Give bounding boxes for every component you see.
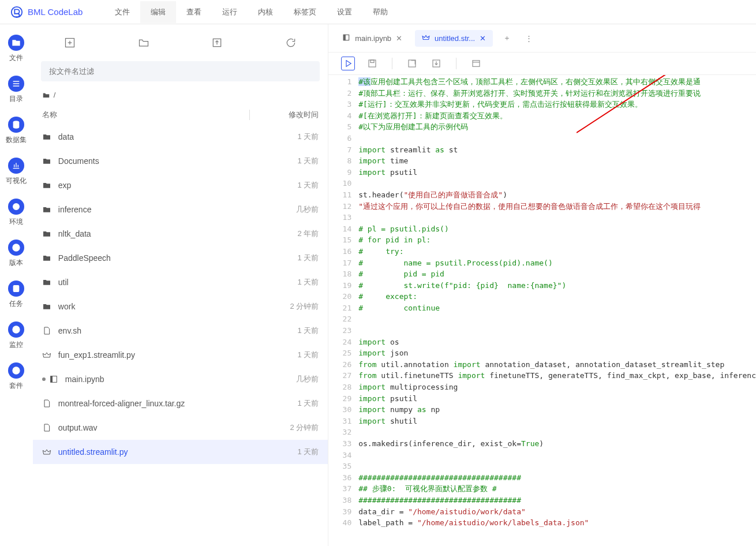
rail-文件[interactable]: 文件 [8, 35, 24, 63]
code-line[interactable]: import os [358, 336, 756, 348]
code-line[interactable]: import shutil [358, 416, 756, 427]
line-number: 9 [328, 167, 351, 178]
code-line[interactable]: #[运行]：交互效果并非实时更新，代码变更后，需点击运行按钮获得最新交互效果。 [358, 99, 756, 110]
code-line[interactable]: data_dir = "/home/aistudio/work/data" [358, 506, 756, 518]
tab-untitled.str...[interactable]: untitled.str...✕ [415, 30, 493, 47]
code-line[interactable]: # pid = pid [358, 268, 756, 280]
code-line[interactable]: import time [358, 155, 756, 167]
code-line[interactable]: import psutil [358, 393, 756, 405]
code-line[interactable] [358, 450, 756, 461]
upload-button[interactable] [206, 32, 228, 54]
column-name[interactable]: 名称 [42, 110, 249, 120]
file-row[interactable]: untitled.streamlit.py1 天前 [33, 440, 328, 464]
dirty-dot-icon [42, 377, 46, 381]
rail-任务[interactable]: 任务 [8, 281, 24, 309]
new-file-button[interactable] [59, 32, 81, 54]
menu-编辑[interactable]: 编辑 [140, 1, 176, 23]
line-number: 38 [328, 495, 351, 506]
file-row[interactable]: nltk_data2 年前 [33, 222, 328, 246]
code-line[interactable]: # name = psutil.Process(pid).name() [358, 257, 756, 269]
code-line[interactable]: "通过这个应用，你可以上传自己的数据，使用自己想要的音色做语音合成工作，希望你在… [358, 201, 756, 212]
refresh-button[interactable] [280, 32, 302, 54]
code-line[interactable] [358, 461, 756, 472]
rail-套件[interactable]: 套件 [8, 362, 24, 391]
code-lines[interactable]: #该应用创建工具共包含三个区域，顶部工具栏，左侧代码区，右侧交互效果区，其中右侧… [358, 76, 756, 546]
code-line[interactable] [358, 313, 756, 325]
menu-设置[interactable]: 设置 [327, 1, 362, 23]
code-line[interactable]: # continue [358, 302, 756, 314]
new-folder-button[interactable] [133, 32, 155, 54]
column-modified[interactable]: 修改时间 [249, 110, 319, 120]
code-line[interactable]: from util.annotation import annotation_d… [358, 359, 756, 371]
breadcrumb[interactable]: / [33, 85, 328, 105]
clock-icon [8, 240, 24, 256]
file-row[interactable]: main.ipynb几秒前 [33, 367, 328, 391]
puzzle-icon [8, 362, 24, 379]
code-line[interactable]: #################################### [358, 495, 756, 506]
code-line[interactable] [358, 178, 756, 189]
rail-数据集[interactable]: 数据集 [6, 117, 27, 145]
line-number: 21 [328, 302, 351, 314]
code-line[interactable]: import numpy as np [358, 404, 756, 416]
code-line[interactable]: ## 步骤0: 可视化界面默认配置参数 # [358, 483, 756, 495]
code-line[interactable]: #################################### [358, 472, 756, 484]
code-editor[interactable]: 1234567891011121314151617181920212223242… [328, 75, 756, 546]
code-line[interactable] [358, 133, 756, 144]
rail-监控[interactable]: 监控 [8, 321, 24, 350]
file-row[interactable]: output.wav2 分钟前 [33, 416, 328, 440]
menu-文件[interactable]: 文件 [104, 1, 140, 23]
code-line[interactable]: # st.write(f"pid: {pid} name:{name}") [358, 280, 756, 291]
file-row[interactable]: data1 天前 [33, 125, 328, 149]
menu-帮助[interactable]: 帮助 [362, 1, 398, 23]
code-line[interactable]: # for pid in pl: [358, 234, 756, 246]
code-line[interactable]: import psutil [358, 167, 756, 178]
code-line[interactable] [358, 212, 756, 223]
code-line[interactable]: label_path = "/home/aistudio/work/labels… [358, 517, 756, 529]
code-line[interactable]: from util.finetuneTTS import finetuneTTS… [358, 370, 756, 382]
menu-查看[interactable]: 查看 [176, 1, 212, 23]
code-line[interactable]: #顶部工具栏：运行、保存、新开浏览器打开、实时预览开关，针对运行和在浏览器打开选… [358, 88, 756, 99]
menu-内核[interactable]: 内核 [248, 1, 283, 23]
download-button[interactable] [429, 57, 443, 70]
open-browser-button[interactable] [405, 57, 419, 70]
file-row[interactable]: PaddleSpeech1 天前 [33, 246, 328, 270]
code-line[interactable]: os.makedirs(inference_dir, exist_ok=True… [358, 438, 756, 450]
file-row[interactable]: env.sh1 天前 [33, 319, 328, 343]
run-button[interactable] [341, 57, 355, 70]
file-row[interactable]: montreal-forced-aligner_linux.tar.gz1 天前 [33, 391, 328, 416]
code-line[interactable] [358, 427, 756, 438]
code-line[interactable]: import json [358, 347, 756, 359]
line-number: 12 [328, 201, 351, 212]
tab-overflow-button[interactable]: ⋮ [521, 30, 537, 46]
rail-可视化[interactable]: 可视化 [6, 158, 27, 186]
tab-main.ipynb[interactable]: main.ipynb✕ [335, 30, 409, 47]
code-line[interactable]: #[在浏览器打开]：新建页面查看交互效果。 [358, 110, 756, 122]
menu-运行[interactable]: 运行 [212, 1, 248, 23]
code-line[interactable]: import streamlit as st [358, 144, 756, 156]
code-line[interactable] [358, 325, 756, 336]
rail-环境[interactable]: 环境 [8, 199, 24, 227]
menu-标签页[interactable]: 标签页 [283, 1, 327, 23]
file-row[interactable]: Documents1 天前 [33, 149, 328, 173]
file-row[interactable]: util1 天前 [33, 270, 328, 294]
close-icon[interactable]: ✕ [396, 34, 402, 43]
new-tab-button[interactable]: ＋ [499, 30, 515, 46]
rail-目录[interactable]: 目录 [8, 76, 24, 104]
save-button[interactable] [365, 57, 379, 70]
code-line[interactable]: #该应用创建工具共包含三个区域，顶部工具栏，左侧代码区，右侧交互效果区，其中右侧… [358, 76, 756, 88]
file-row[interactable]: fun_exp1.streamlit.py1 天前 [33, 343, 328, 367]
filter-input[interactable] [41, 61, 320, 81]
file-row[interactable]: inference几秒前 [33, 197, 328, 222]
code-line[interactable]: # except: [358, 291, 756, 302]
preview-button[interactable] [469, 57, 483, 70]
line-number: 3 [328, 99, 351, 110]
rail-版本[interactable]: 版本 [8, 240, 24, 268]
close-icon[interactable]: ✕ [480, 34, 486, 43]
code-line[interactable]: #以下为应用创建工具的示例代码 [358, 121, 756, 133]
file-row[interactable]: work2 分钟前 [33, 294, 328, 319]
code-line[interactable]: # try: [358, 246, 756, 257]
file-row[interactable]: exp1 天前 [33, 173, 328, 197]
code-line[interactable]: import multiprocessing [358, 382, 756, 393]
code-line[interactable]: st.header("使用自己的声音做语音合成") [358, 189, 756, 201]
code-line[interactable]: # pl = psutil.pids() [358, 223, 756, 235]
